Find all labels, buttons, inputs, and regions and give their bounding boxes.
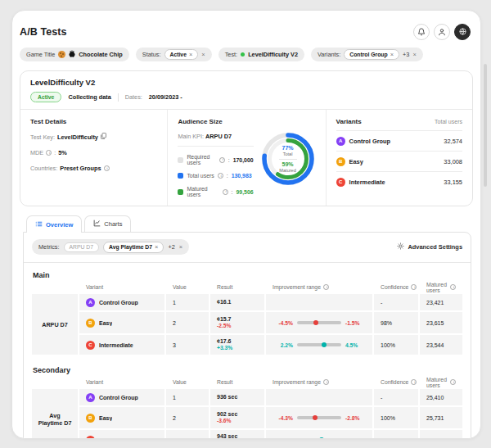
- variant-name: Control Group: [349, 138, 391, 145]
- total-users-value: 130,983: [232, 173, 252, 179]
- table-row-cell-range: -4.5% -1.5%: [266, 312, 372, 333]
- table-row-cell-range: 0.2% 1.5%: [266, 430, 372, 439]
- donut-divider: [279, 159, 297, 160]
- matured-info-icon[interactable]: [450, 284, 456, 290]
- table-row-cell-range: -4.3% -2.8%: [266, 407, 372, 428]
- legend-matured-users: Matured users : 99,506: [178, 186, 253, 197]
- range-low: 0.2%: [273, 437, 293, 439]
- matured-info-icon[interactable]: [223, 189, 228, 195]
- table-row-cell-result: ¢17.6 +3.3%: [210, 335, 264, 355]
- total-info-icon[interactable]: [218, 173, 223, 179]
- advanced-settings-button[interactable]: Advanced Settings: [397, 242, 462, 251]
- metric-chip-close-icon[interactable]: ×: [155, 243, 158, 251]
- variants-heading: Variants: [336, 118, 362, 125]
- test-summary-card: LevelDifficulty V2 Active Collecting dat…: [20, 70, 473, 206]
- gear-icon: [397, 242, 404, 251]
- variants-filter-close-icon[interactable]: ×: [412, 51, 416, 58]
- language-button[interactable]: [454, 24, 471, 40]
- table-row-cell-confidence: 100%: [374, 407, 418, 428]
- col-improvement: Improvement range: [266, 376, 372, 388]
- variant-name: Easy: [349, 158, 363, 165]
- table-row-cell-confidence: 98%: [374, 312, 418, 333]
- table-row-cell-variant: A Control Group: [79, 294, 164, 310]
- variants-more-count[interactable]: +3: [403, 51, 409, 58]
- col-matured: Matured users: [420, 281, 462, 293]
- confidence-info-icon[interactable]: [411, 284, 417, 290]
- status-badge: Active: [30, 92, 61, 102]
- table-row-cell-result: 936 sec: [210, 389, 264, 405]
- mde-info-icon[interactable]: [46, 150, 52, 156]
- total-swatch: [178, 173, 183, 179]
- status-filter-label: Status:: [142, 51, 161, 58]
- filter-variants[interactable]: Variants: Control Group × +3 ×: [311, 48, 423, 61]
- tab-charts[interactable]: Charts: [84, 215, 131, 232]
- main-section-heading: Main: [32, 271, 462, 279]
- game-filter-value: Chocolate Chip: [79, 51, 123, 58]
- tab-overview[interactable]: Overview: [26, 215, 82, 233]
- variant-name: Easy: [99, 415, 112, 421]
- header-actions: [413, 24, 471, 40]
- metric-chip-avg-playtime[interactable]: Avg Playtime D7 ×: [103, 242, 164, 253]
- variants-section: Variants Total users A Control Group 32,…: [326, 110, 472, 206]
- globe-icon: [458, 26, 467, 38]
- matured-info-icon[interactable]: [450, 379, 456, 385]
- col-confidence: Confidence: [374, 281, 418, 293]
- results-tabs: Overview Charts: [26, 215, 480, 232]
- metrics-filter[interactable]: Metrics: ARPU D7 Avg Playtime D7 × +2 ×: [32, 239, 189, 255]
- matured-users-value: 99,506: [236, 189, 254, 195]
- metrics-more-count[interactable]: +2: [168, 243, 174, 251]
- bell-icon: [417, 26, 426, 38]
- status-chip-close-icon[interactable]: ×: [189, 51, 192, 58]
- test-summary-header: LevelDifficulty V2 Active Collecting dat…: [20, 71, 472, 109]
- metrics-clear-icon[interactable]: ×: [179, 243, 182, 251]
- table-row-cell-value: 3: [166, 335, 209, 355]
- result-delta: -2.5%: [217, 323, 231, 329]
- donut-total-pct: 77%: [282, 145, 294, 152]
- mde-value: 5%: [58, 149, 67, 156]
- variant-users: 33,155: [444, 179, 462, 186]
- col-matured: Matured users: [420, 376, 462, 388]
- secondary-table: Avg Playtime D7 A Control Group 1 936 se…: [32, 389, 462, 439]
- filter-status[interactable]: Status: Active × ×: [136, 48, 212, 61]
- filter-test[interactable]: Test: LevelDifficulty V2: [218, 48, 304, 61]
- main-table: ARPU D7 A Control Group 1 ¢16.1 - 23,421…: [32, 294, 462, 355]
- table-row-cell-range: [266, 294, 372, 310]
- status-filter-chip[interactable]: Active ×: [164, 49, 199, 60]
- metric-chip-arpu-d7[interactable]: ARPU D7: [64, 242, 99, 252]
- table-row-cell-result: 902 sec -3.6%: [210, 407, 264, 428]
- variant-name: Control Group: [99, 300, 138, 305]
- confidence-info-icon[interactable]: [411, 379, 417, 385]
- status-filter-close-icon[interactable]: ×: [201, 51, 205, 58]
- copy-icon[interactable]: [101, 133, 106, 141]
- mde-sep: :: [54, 149, 56, 156]
- range-low: -4.3%: [273, 415, 293, 421]
- audience-donut-chart: 77% Total 59% Matured: [260, 131, 316, 187]
- app-header: A/B Tests: [12, 11, 480, 40]
- result-value: ¢16.1: [217, 299, 232, 306]
- profile-button[interactable]: [434, 24, 450, 40]
- range-marker: [313, 320, 318, 325]
- variant-name: Intermediate: [349, 179, 385, 186]
- metric-chip-label: Avg Playtime D7: [109, 244, 152, 250]
- notifications-button[interactable]: [413, 24, 430, 40]
- collecting-data-text: Collecting data: [68, 93, 110, 101]
- variants-filter-chip[interactable]: Control Group ×: [344, 49, 399, 60]
- variant-c-badge: C: [86, 436, 95, 439]
- filter-game-title[interactable]: Game Title Chocolate Chip: [20, 48, 129, 61]
- required-info-icon[interactable]: [219, 157, 225, 163]
- result-delta: -3.6%: [217, 418, 231, 424]
- improvement-info-icon[interactable]: [323, 379, 329, 385]
- countries-label: Countries:: [30, 165, 57, 172]
- table-row-cell-range: 2.2% 4.5%: [266, 335, 372, 355]
- col-result: Result: [210, 376, 264, 388]
- table-row-cell-value: 1: [166, 294, 209, 310]
- improvement-info-icon[interactable]: [323, 284, 329, 290]
- audience-size-section: Audience Size Main KPI: ARPU D7 Required…: [167, 110, 325, 206]
- scrollbar[interactable]: [484, 64, 487, 187]
- apple-icon: [69, 50, 75, 59]
- col-value: Value: [166, 376, 209, 388]
- variants-chip-close-icon[interactable]: ×: [390, 51, 394, 58]
- table-row-cell-confidence: -: [374, 389, 418, 405]
- tab-overview-label: Overview: [46, 221, 73, 229]
- countries-info-icon[interactable]: [104, 165, 110, 171]
